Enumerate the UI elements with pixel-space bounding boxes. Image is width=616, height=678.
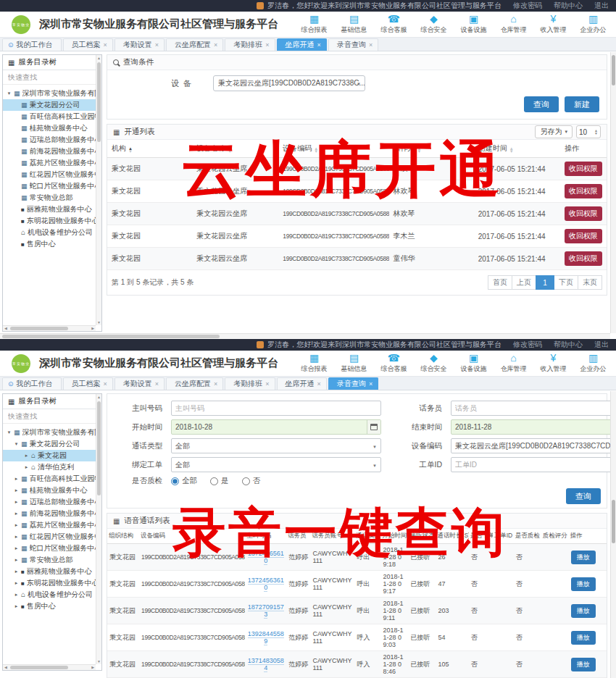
column-header[interactable]: 操作 [569,529,607,544]
scroll-left-icon[interactable]: ◀ [4,665,7,670]
scrollbar-thumb[interactable] [612,55,615,85]
nav-item[interactable]: ¥ 收入管理 [533,14,573,35]
tree-item[interactable]: 红花园片区物业服务中心 [3,169,101,180]
qc-radio-option[interactable]: 是 [210,476,229,486]
nav-item[interactable]: ☎ 综合客服 [374,14,414,35]
device-code-select[interactable]: 秉文花园云坐席[199CD0B0D2A819C7338C7CD905A0588D… [451,438,616,453]
tree-item[interactable]: 常安物业总部 [3,192,101,204]
tree-item[interactable]: 秉文花园分公司 [3,99,101,111]
nav-item[interactable]: ¥ 收入管理 [533,353,573,374]
nav-item[interactable]: ☎ 综合客服 [374,353,414,374]
tree-caret-icon[interactable]: ▸ [14,499,19,505]
call-type-select[interactable]: 全部▼ [171,438,381,453]
tree-item[interactable]: ▸ 桂苑物业服务中心 [3,485,101,496]
nav-item[interactable]: ▦ 综合报表 [294,14,334,35]
topbar-link[interactable]: 帮助中心 [554,340,583,350]
sort-icon[interactable] [417,148,422,153]
revoke-permission-button[interactable]: 收回权限 [565,229,602,243]
column-header[interactable]: 通话时长(S) [436,529,469,544]
play-button[interactable]: 播放 [571,631,596,645]
scrollbar-thumb[interactable] [10,666,68,669]
tree-item[interactable]: ▸ 售房中心 [3,600,101,612]
scrollbar-thumb[interactable] [2,335,220,338]
topbar-link[interactable]: 帮助中心 [554,1,583,11]
sort-icon[interactable] [509,148,514,153]
scroll-right-icon[interactable]: ▶ [91,326,94,331]
radio-button[interactable] [242,477,250,485]
tree-item[interactable]: ▸ 荔苑片区物业服务中心 [3,519,101,531]
tree-caret-icon[interactable]: ▾ [7,91,12,96]
page-size-select[interactable]: 10 ▲▼ [576,125,601,138]
tree-caret-icon[interactable]: ▸ [14,534,19,540]
phone-link[interactable]: 13928445589 [248,630,284,645]
tab[interactable]: 云坐席配置 × [166,377,223,390]
tree-vertical-scrollbar[interactable]: ▲ ▼ [96,55,101,325]
tree-caret-icon[interactable]: ▸ [14,511,19,516]
topbar-link[interactable]: 退出 [594,1,609,11]
column-header[interactable]: 接听状态 [409,529,436,544]
phone-link[interactable]: 13724565610 [248,550,284,565]
tab[interactable]: 员工档案 × [63,377,113,390]
tree-caret-icon[interactable]: ▸ [14,476,19,482]
tree-item[interactable]: ▾ 深圳市常安物业服务有限公司 [3,427,101,438]
tree-item[interactable]: ▸ 迈瑞总部物业服务中心 [3,496,101,508]
phone-link[interactable]: 18727091573 [248,603,284,619]
revoke-permission-button[interactable]: 收回权限 [565,162,602,176]
column-header[interactable]: 是否质检 [514,529,541,544]
tree-item[interactable]: 蛇口片区物业服务中心 [3,180,101,192]
tree-item[interactable]: ▸ 丽雅苑物业服务中心 [3,566,101,577]
nav-item[interactable]: ◆ 综合安全 [414,353,454,374]
tree-horizontal-scrollbar[interactable]: ◀ ▶ [3,325,96,331]
page-button[interactable]: 下页 [554,275,578,290]
tab-close-icon[interactable]: × [104,380,107,388]
tree-caret-icon[interactable]: ▸ [14,522,19,528]
column-header[interactable]: 质检评分 [541,529,569,544]
page-vertical-scrollbar[interactable] [610,391,616,678]
revoke-permission-button[interactable]: 收回权限 [565,251,602,266]
scroll-up-icon[interactable]: ▲ [96,55,101,61]
nav-item[interactable]: ⌂ 仓库管理 [494,353,533,374]
play-button[interactable]: 播放 [571,658,596,671]
tab-close-icon[interactable]: × [317,380,321,388]
tab[interactable]: ⊙ 我的工作台 [2,38,62,51]
scroll-down-icon[interactable]: ▼ [96,319,101,325]
page-button[interactable]: 末页 [578,275,602,290]
revoke-permission-button[interactable]: 收回权限 [565,206,602,221]
nav-item[interactable]: ▣ 设备设施 [454,353,494,374]
device-select[interactable]: 秉文花园云坐席[199CD0B0D2A819C7338C... ▼ [213,75,365,91]
work-order-id-input[interactable] [451,457,616,472]
tree-caret-icon[interactable]: ▸ [14,592,19,598]
tree-caret-icon[interactable]: ▸ [14,545,19,551]
tree-item[interactable]: 售房中心 [3,238,101,250]
column-header[interactable]: 开始时间 [381,529,409,544]
tab[interactable]: 考勤排班 × [225,377,275,390]
column-header[interactable]: 创建时间 [474,140,560,158]
tree-caret-icon[interactable]: ▸ [24,453,29,459]
nav-item[interactable]: ▤ 基础信息 [334,14,374,35]
column-header[interactable]: 机构 [107,140,192,158]
qc-radio-option[interactable]: 全部 [171,476,197,486]
caller-input[interactable] [171,401,381,416]
tree-item[interactable]: ▸ 清华伯克利 [3,461,101,473]
column-header[interactable]: 是否下单 [469,529,493,544]
topbar-link[interactable]: 修改密码 [513,1,542,11]
column-header[interactable]: 组织结构 [107,529,139,544]
search-button[interactable]: 查询 [524,96,559,112]
search-button[interactable]: 查询 [566,488,601,504]
page-button[interactable]: 1 [536,275,554,290]
radio-button[interactable] [210,477,218,485]
tree-vertical-scrollbar[interactable]: ▲ ▼ [96,394,101,664]
scrollbar-thumb[interactable] [97,62,101,142]
tree-caret-icon[interactable]: ▸ [14,580,19,586]
tree-item[interactable]: ▸ 机电设备维护分公司 [3,589,101,600]
tab[interactable]: 员工档案 × [63,38,113,51]
column-header[interactable]: 工单ID [493,529,514,544]
tree-item[interactable]: ▸ 秉文花园 [3,450,101,461]
tree-item[interactable]: ▸ 东明花园物业服务中心 [3,577,101,589]
page-horizontal-scrollbar[interactable] [0,333,610,339]
tab[interactable]: 录音查询 × [328,38,378,51]
tab-close-icon[interactable]: × [369,41,372,49]
scrollbar-thumb[interactable] [612,500,615,543]
nav-item[interactable]: ▤ 基础信息 [334,353,374,374]
tree-item[interactable]: 丽雅苑物业服务中心 [3,204,101,215]
